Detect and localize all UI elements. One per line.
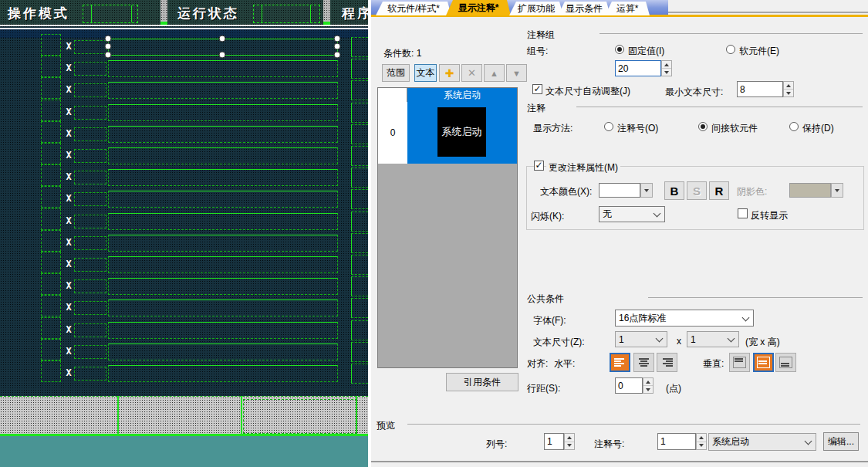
hmi-cell-box[interactable] — [351, 255, 368, 275]
device-radio[interactable] — [726, 45, 735, 54]
hmi-cell-box[interactable] — [41, 164, 61, 186]
text-height-select[interactable]: 1 — [687, 331, 739, 347]
hmi-cell-box[interactable] — [41, 252, 61, 273]
fixed-value-radio[interactable] — [615, 45, 624, 54]
group-no-stepper[interactable] — [661, 60, 672, 76]
column-no-stepper[interactable] — [564, 433, 575, 450]
hmi-comment-display[interactable] — [108, 235, 338, 252]
hmi-gray-band-selection[interactable] — [243, 399, 357, 434]
hmi-cell-box[interactable] — [41, 208, 61, 230]
selection-handle[interactable] — [334, 36, 341, 42]
line-spacing-stepper[interactable] — [643, 377, 654, 394]
hmi-cell-box[interactable] — [41, 56, 61, 77]
hmi-cell-box[interactable] — [351, 80, 368, 100]
hmi-cell-box[interactable] — [41, 34, 61, 56]
hmi-cell-box[interactable] — [351, 103, 368, 123]
text-color-dropdown-icon[interactable] — [640, 183, 653, 198]
hmi-comment-display[interactable] — [108, 169, 338, 186]
shadow-color-dropdown-icon[interactable] — [831, 183, 843, 198]
tab-operation[interactable]: 运算* — [605, 2, 650, 15]
selection-handle[interactable] — [105, 52, 112, 59]
list-row-index[interactable]: 0 — [378, 102, 407, 164]
shadow-color-swatch[interactable] — [789, 183, 831, 198]
min-size-input[interactable]: 8 — [737, 81, 783, 97]
text-width-select[interactable]: 1 — [615, 331, 667, 347]
align-top-button[interactable] — [729, 353, 750, 372]
hmi-cell-box[interactable] — [41, 339, 61, 360]
hmi-comment-display[interactable] — [108, 365, 338, 382]
selection-handle[interactable] — [219, 36, 226, 42]
tab-display-condition[interactable]: 显示条件 — [558, 2, 610, 15]
reference-condition-button[interactable]: 引用条件 — [446, 373, 518, 391]
align-center-button[interactable] — [633, 353, 654, 372]
hmi-cell-box[interactable] — [351, 212, 368, 232]
hmi-comment-display[interactable] — [108, 126, 338, 143]
hmi-cell-box[interactable] — [74, 106, 106, 120]
selection-handle[interactable] — [105, 36, 112, 42]
hmi-comment-display[interactable] — [108, 191, 338, 208]
align-right-button[interactable] — [657, 353, 677, 372]
hmi-comment-display[interactable] — [108, 322, 338, 339]
hmi-cell-box[interactable] — [74, 215, 106, 228]
hmi-cell-box[interactable] — [41, 186, 61, 208]
comment-no-input[interactable]: 1 — [657, 433, 696, 450]
hmi-cell-box[interactable] — [74, 236, 106, 250]
hmi-cell-box[interactable] — [41, 273, 61, 295]
hmi-cell-box[interactable] — [74, 345, 106, 359]
hmi-cell-box[interactable] — [351, 146, 368, 166]
line-spacing-input[interactable]: 0 — [615, 377, 643, 394]
delete-condition-icon[interactable]: ✕ — [461, 64, 482, 82]
selection-handle[interactable] — [334, 43, 341, 50]
edit-button[interactable]: 编辑... — [823, 432, 859, 451]
hmi-cell-box[interactable] — [74, 149, 106, 163]
hmi-teal-band[interactable] — [0, 436, 368, 467]
raised-button[interactable]: R — [709, 181, 729, 200]
column-no-input[interactable]: 1 — [544, 433, 564, 450]
hmi-editor-canvas[interactable]: 操作模式 运行状态 程序 XXXXXXXXXXXXXXXX — [0, 0, 368, 467]
hmi-cell-box[interactable] — [74, 323, 106, 337]
align-middle-button[interactable] — [753, 353, 774, 372]
hmi-comment-display[interactable] — [108, 60, 338, 77]
hmi-cell-box[interactable] — [41, 121, 61, 143]
group-no-input[interactable]: 20 — [615, 60, 661, 76]
selection-handle[interactable] — [334, 52, 341, 59]
add-condition-icon[interactable]: ✚ — [439, 64, 460, 82]
hmi-cell-box[interactable] — [74, 279, 106, 293]
move-up-icon[interactable]: ▲ — [484, 64, 505, 82]
hmi-cell-box[interactable] — [41, 360, 61, 382]
hmi-cell-box[interactable] — [351, 342, 368, 362]
hmi-comment-display[interactable] — [108, 278, 338, 295]
font-select[interactable]: 16点阵标准 — [615, 310, 754, 327]
hmi-cell-box[interactable] — [351, 233, 368, 253]
comment-name-select[interactable]: 系统启动 — [708, 433, 816, 451]
text-color-swatch[interactable] — [599, 183, 640, 198]
hmi-comment-display[interactable] — [108, 82, 338, 99]
hmi-cell-box[interactable] — [41, 317, 61, 339]
hmi-cell-box[interactable] — [351, 276, 368, 296]
change-attr-checkbox[interactable]: ✓ — [534, 161, 544, 171]
hmi-cell-box[interactable] — [351, 37, 368, 57]
selection-handle[interactable] — [105, 43, 112, 50]
tab-display-comment[interactable]: 显示注释* — [446, 0, 511, 15]
hmi-topbar-box-2[interactable] — [253, 5, 320, 23]
hmi-cell-box[interactable] — [351, 320, 368, 340]
hmi-cell-box[interactable] — [74, 192, 106, 206]
hmi-cell-box[interactable] — [74, 62, 106, 76]
align-left-button[interactable] — [610, 353, 630, 372]
hmi-cell-box[interactable] — [74, 301, 106, 315]
comment-no-radio[interactable] — [604, 122, 613, 131]
hmi-comment-display[interactable] — [108, 104, 338, 121]
comment-no-stepper[interactable] — [696, 433, 707, 450]
hmi-cell-box[interactable] — [351, 59, 368, 79]
shadow-button[interactable]: S — [687, 181, 707, 200]
indirect-device-radio[interactable] — [698, 122, 708, 131]
hmi-cell-box[interactable] — [74, 171, 106, 184]
hmi-cell-box[interactable] — [74, 258, 106, 272]
hold-radio[interactable] — [789, 122, 799, 131]
hmi-cell-box[interactable] — [41, 230, 61, 252]
hmi-comment-display[interactable] — [108, 147, 338, 164]
hmi-topbar-box-1[interactable] — [83, 5, 138, 23]
hmi-cell-box[interactable] — [351, 298, 368, 318]
selection-handle[interactable] — [219, 52, 226, 59]
hmi-cell-box[interactable] — [41, 295, 61, 316]
